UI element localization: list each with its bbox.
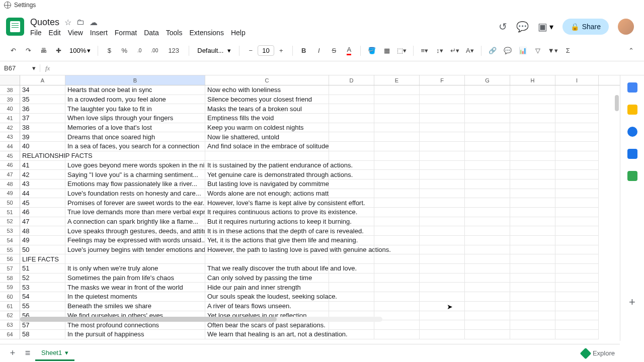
cell[interactable]: 47 (20, 217, 65, 227)
paint-format-button[interactable]: ✚ (51, 44, 65, 58)
cell[interactable]: It is only when we're truly alone (65, 264, 205, 274)
cell[interactable] (374, 217, 420, 227)
horizontal-scrollbar[interactable] (20, 317, 382, 322)
contacts-icon[interactable] (627, 149, 637, 159)
cell[interactable] (555, 85, 599, 95)
cell[interactable]: However, love's flame is kept alive by c… (205, 198, 329, 208)
menu-file[interactable]: File (30, 29, 42, 37)
font-size-input[interactable]: 10 (258, 45, 274, 56)
cell[interactable] (465, 170, 510, 179)
cell[interactable]: Emptiness fills the void (205, 114, 329, 123)
add-sheet-button[interactable]: + (5, 348, 20, 358)
cell[interactable] (555, 283, 599, 292)
cell[interactable]: 37 (20, 114, 65, 123)
cell[interactable] (555, 151, 599, 161)
cell[interactable]: 50 (20, 245, 65, 255)
row-header[interactable]: 47 (0, 170, 20, 179)
cell[interactable] (510, 217, 555, 227)
cell[interactable] (465, 302, 510, 311)
cell[interactable] (465, 254, 510, 264)
cell[interactable] (555, 217, 599, 227)
cell[interactable] (420, 264, 465, 274)
cell[interactable]: Promises of forever are sweet words to t… (65, 198, 205, 208)
cell[interactable] (420, 104, 465, 114)
cell[interactable]: RELATIONSHIP FACTS (20, 151, 65, 161)
cell[interactable] (374, 208, 420, 217)
cell[interactable] (510, 311, 555, 321)
cell[interactable]: 51 (20, 264, 65, 274)
cell[interactable]: Yet, it is the actions that give them li… (205, 236, 329, 245)
tasks-icon[interactable] (627, 127, 637, 137)
cell[interactable] (510, 179, 555, 189)
cell[interactable]: That we really discover the truth about … (205, 264, 329, 274)
cell[interactable]: Memories of a love that's lost (65, 123, 205, 133)
row-header[interactable]: 45 (0, 151, 20, 161)
filter-views-button[interactable]: ▼▾ (546, 44, 560, 58)
cell[interactable] (374, 189, 420, 199)
cell[interactable] (510, 236, 555, 245)
cell[interactable] (555, 264, 599, 274)
cell[interactable]: But lasting love is navigated by commitm… (205, 179, 329, 189)
chart-button[interactable]: 📊 (516, 44, 530, 58)
cell[interactable]: When love slips through your fingers (65, 114, 205, 123)
cell[interactable] (374, 151, 420, 161)
cell[interactable] (510, 123, 555, 133)
cell[interactable] (329, 217, 374, 227)
row-header[interactable]: 55 (0, 245, 20, 255)
cell[interactable] (465, 161, 510, 170)
cell[interactable] (465, 114, 510, 123)
cell[interactable] (420, 151, 465, 161)
cell[interactable]: Words alone are not enough; actions matt… (205, 189, 329, 199)
cell[interactable] (329, 104, 374, 114)
cell[interactable] (420, 226, 465, 236)
cell[interactable] (420, 330, 465, 339)
cell[interactable] (374, 142, 420, 151)
cell[interactable] (420, 161, 465, 170)
cell[interactable] (374, 236, 420, 245)
more-formats-button[interactable]: 123 (163, 44, 185, 58)
cell[interactable]: Feelings may be expressed with words uns… (65, 236, 205, 245)
cell[interactable] (510, 292, 555, 302)
cell[interactable] (465, 217, 510, 227)
cell[interactable] (510, 95, 555, 105)
borders-button[interactable]: ▦ (380, 44, 394, 58)
cell[interactable] (329, 151, 374, 161)
cell[interactable] (329, 179, 374, 189)
zoom-select[interactable]: 100%▾ (66, 47, 94, 54)
cell[interactable]: In the pursuit of happiness (65, 330, 205, 339)
cell[interactable] (465, 236, 510, 245)
cell[interactable] (465, 85, 510, 95)
cell[interactable] (510, 85, 555, 95)
menu-data[interactable]: Data (144, 29, 159, 37)
cell[interactable] (510, 302, 555, 311)
cell[interactable]: 40 (20, 142, 65, 151)
meet-button[interactable]: ▣▾ (538, 21, 553, 33)
strikethrough-button[interactable]: S (327, 44, 341, 58)
cell[interactable]: Love speaks through gestures, deeds, and… (65, 226, 205, 236)
cell[interactable] (555, 292, 599, 302)
cell[interactable]: 58 (20, 330, 65, 339)
row-header[interactable]: 51 (0, 208, 20, 217)
cell[interactable] (465, 179, 510, 189)
cell[interactable] (374, 264, 420, 274)
cell[interactable] (510, 142, 555, 151)
cell[interactable] (420, 189, 465, 199)
cell[interactable]: 34 (20, 85, 65, 95)
row-header[interactable]: 50 (0, 198, 20, 208)
row-header[interactable]: 56 (0, 254, 20, 264)
cell[interactable] (374, 104, 420, 114)
share-button[interactable]: 🔒 Share (562, 19, 609, 35)
comments-icon[interactable]: 💬 (516, 21, 529, 33)
cell[interactable] (420, 114, 465, 123)
wrap-button[interactable]: ↵▾ (448, 44, 462, 58)
cell[interactable] (465, 283, 510, 292)
cell[interactable] (329, 283, 374, 292)
cell[interactable] (465, 132, 510, 142)
cell[interactable] (374, 161, 420, 170)
cell[interactable] (329, 330, 374, 339)
cell[interactable] (420, 311, 465, 321)
cell[interactable] (374, 170, 420, 179)
formula-input[interactable] (55, 61, 644, 75)
cell[interactable]: We learn that healing is an art, not a d… (205, 330, 329, 339)
row-header[interactable]: 48 (0, 179, 20, 189)
